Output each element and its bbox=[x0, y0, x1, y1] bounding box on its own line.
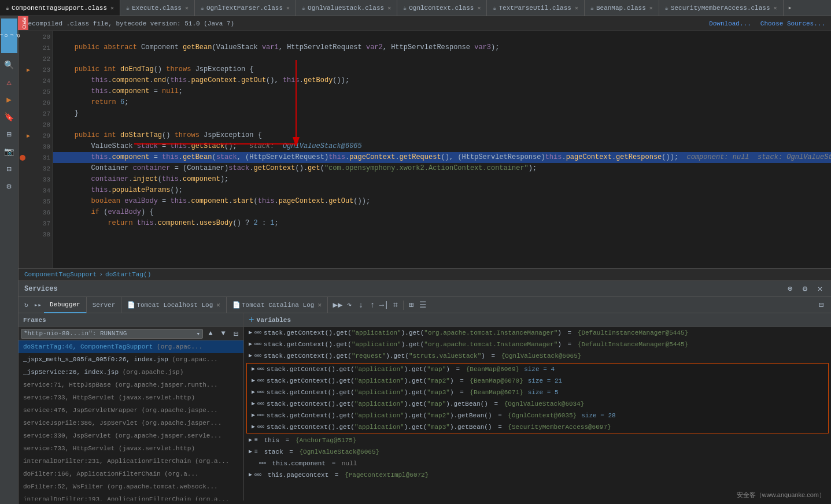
tab-close-5[interactable]: ✕ bbox=[575, 5, 578, 12]
services-close-icon[interactable]: ✕ bbox=[815, 284, 825, 294]
tab-ognl-text-parser[interactable]: ☕ OgnlTextParser.class ✕ bbox=[195, 0, 296, 16]
tab-arrow-right[interactable]: ▸▸ bbox=[32, 297, 44, 313]
frame-item-1[interactable]: _jspx_meth_s_005fa_005f0:26, index.jsp (… bbox=[19, 353, 243, 366]
step-thread-icon[interactable]: ▼ bbox=[218, 328, 228, 339]
tab-close-4[interactable]: ✕ bbox=[477, 5, 481, 12]
bookmark-icon[interactable]: 🔖 bbox=[2, 110, 16, 124]
services-settings-icon[interactable]: ⚙ bbox=[800, 284, 810, 294]
expand-icon-1[interactable]: ▶ bbox=[249, 339, 252, 350]
breadcrumb-method[interactable]: doStartTag() bbox=[105, 271, 151, 278]
frame-item-9[interactable]: internalDoFilter:231, ApplicationFilterC… bbox=[19, 455, 243, 468]
tab-close-6[interactable]: ✕ bbox=[649, 5, 653, 12]
debug-step-out-icon[interactable]: ↑ bbox=[367, 300, 378, 310]
tab-refresh[interactable]: ↻ bbox=[21, 297, 32, 313]
frame-item-5[interactable]: service:476, JspServletWrapper (org.apac… bbox=[19, 404, 243, 417]
expand-icon-5[interactable]: ▶ bbox=[252, 387, 255, 398]
project-icon[interactable]: Proj bbox=[1, 18, 17, 53]
tab-bean-map[interactable]: ☕ BeanMap.class ✕ bbox=[585, 0, 659, 16]
filter-thread-icon[interactable]: ⊟ bbox=[231, 328, 241, 339]
debug-list-icon[interactable]: ☰ bbox=[418, 300, 428, 310]
tab-close-3[interactable]: ✕ bbox=[387, 5, 391, 12]
frame-item-4[interactable]: service:733, HttpServlet (javax.servlet.… bbox=[19, 391, 243, 404]
debug-table-icon[interactable]: ⊞ bbox=[406, 300, 416, 310]
tab-close-7[interactable]: ✕ bbox=[774, 5, 777, 12]
expand-icon-6[interactable]: ▶ bbox=[252, 399, 255, 409]
var-item-1[interactable]: ▶ ∞∞ stack.getContext().get("application… bbox=[244, 339, 831, 350]
debug-run-to-cursor-icon[interactable]: →| bbox=[379, 300, 389, 310]
frames-title: Frames bbox=[23, 317, 46, 324]
decompile-text: Decompiled .class file, bytecode version… bbox=[24, 20, 234, 27]
frame-item-6[interactable]: serviceJspFile:386, JspServlet (org.apac… bbox=[19, 417, 243, 429]
run-icon[interactable]: ▶ bbox=[2, 92, 16, 106]
settings-icon[interactable]: ⚙ bbox=[2, 179, 16, 193]
tab-close-2[interactable]: ✕ bbox=[286, 5, 290, 12]
debug-settings-right[interactable]: ⊟ bbox=[816, 300, 826, 310]
var-item-7[interactable]: ▶ ∞∞ stack.getContext().get("application… bbox=[247, 410, 828, 421]
var-item-0[interactable]: ▶ ∞∞ stack.getContext().get("application… bbox=[244, 327, 831, 339]
var-item-10[interactable]: ▶ ≡ stack = {OgnlValueStack@6065} bbox=[244, 446, 831, 458]
resume-thread-icon[interactable]: ▲ bbox=[205, 328, 216, 339]
camera-icon[interactable]: 📷 bbox=[2, 144, 16, 158]
debug-evaluate-icon[interactable]: ⌗ bbox=[390, 300, 401, 310]
frame-item-12[interactable]: internalDoFilter:193, ApplicationFilterC… bbox=[19, 493, 243, 501]
tab-ognl-value-stack[interactable]: ☕ OgnlValueStack.class ✕ bbox=[296, 0, 397, 16]
tab-ognl-context[interactable]: ☕ OgnlContext.class ✕ bbox=[397, 0, 487, 16]
choose-sources-link[interactable]: Choose Sources... bbox=[760, 20, 825, 27]
var-item-3[interactable]: ▶ ∞∞ stack.getContext().get("application… bbox=[247, 364, 828, 375]
expand-icon-9[interactable]: ▶ bbox=[249, 435, 252, 446]
add-variable-btn[interactable]: + bbox=[249, 315, 254, 325]
expand-icon-3[interactable]: ▶ bbox=[252, 364, 255, 375]
expand-icon-4[interactable]: ▶ bbox=[252, 376, 255, 386]
expand-icon-0[interactable]: ▶ bbox=[249, 328, 252, 338]
var-item-12[interactable]: ▶ ∞∞ this.pageContext = {PageContextImpl… bbox=[244, 469, 831, 481]
expand-icon-8[interactable]: ▶ bbox=[252, 422, 255, 432]
debug-step-over-icon[interactable]: ↷ bbox=[344, 300, 354, 310]
var-item-4[interactable]: ▶ ∞∞ stack.getContext().get("application… bbox=[247, 375, 828, 387]
error-icon[interactable]: ⚠ bbox=[2, 75, 16, 89]
tab-tomcat-catalina[interactable]: 📄 Tomcat Catalina Log ✕ bbox=[227, 297, 328, 313]
var-item-8[interactable]: ▶ ∞∞ stack.getContext().get("application… bbox=[247, 421, 828, 433]
tab-component-tag-support[interactable]: ☕ ComponentTagSupport.class ✕ bbox=[0, 0, 120, 16]
code-line-29: public int doStartTag() throws JspExcept… bbox=[53, 130, 831, 141]
frame-item-8[interactable]: service:733, HttpServlet (javax.servlet.… bbox=[19, 442, 243, 455]
apps-icon[interactable]: ⊟ bbox=[2, 162, 16, 176]
tab-close-catalina[interactable]: ✕ bbox=[317, 301, 322, 309]
expand-icon-2[interactable]: ▶ bbox=[249, 351, 252, 361]
frame-item-3[interactable]: service:71, HttpJspBase (org.apache.jasp… bbox=[19, 379, 243, 391]
tab-tomcat-localhost[interactable]: 📄 Tomcat Localhost Log ✕ bbox=[121, 297, 227, 313]
tab-text-parse-util[interactable]: ☕ TextParseUtil.class ✕ bbox=[487, 0, 584, 16]
inspect-icon[interactable]: 🔍 bbox=[2, 58, 16, 72]
expand-icon-7[interactable]: ▶ bbox=[252, 410, 255, 421]
structure-icon[interactable]: ⊞ bbox=[2, 127, 16, 141]
download-link[interactable]: Download... bbox=[709, 20, 751, 27]
var-item-2[interactable]: ▶ ∞∞ stack.getContext().get("request").g… bbox=[244, 350, 831, 362]
var-item-6[interactable]: ▶ ∞∞ stack.getContext().get("application… bbox=[247, 398, 828, 410]
debug-step-into-icon[interactable]: ↓ bbox=[356, 300, 366, 310]
frame-item-10[interactable]: doFilter:166, ApplicationFilterChain (or… bbox=[19, 468, 243, 480]
tabs-overflow[interactable]: ▸ bbox=[784, 3, 797, 12]
services-expand-icon[interactable]: ⊕ bbox=[785, 284, 795, 294]
frame-item-0[interactable]: doStartTag:46, ComponentTagSupport (org.… bbox=[19, 340, 243, 353]
frame-item-2[interactable]: _jspService:26, index.jsp (org.apache.js… bbox=[19, 366, 243, 379]
services-title: Services bbox=[24, 285, 58, 293]
tab-close-1[interactable]: ✕ bbox=[185, 5, 189, 12]
thread-selector[interactable]: *http-nio-80...in": RUNNING ▾ bbox=[21, 329, 203, 339]
frame-item-7[interactable]: service:330, JspServlet (org.apache.jasp… bbox=[19, 429, 243, 442]
breadcrumb-class[interactable]: ComponentTagSupport bbox=[24, 271, 97, 278]
var-item-11[interactable]: ∞∞ this.component = null bbox=[244, 458, 831, 469]
expand-icon-10[interactable]: ▶ bbox=[249, 447, 252, 457]
var-item-5[interactable]: ▶ ∞∞ stack.getContext().get("application… bbox=[247, 387, 828, 398]
code-line-30: ValueStack stack = this.getStack(); stac… bbox=[53, 141, 831, 152]
debug-resume-icon[interactable]: ▶▶ bbox=[333, 300, 343, 310]
tab-security-member[interactable]: ☕ SecurityMemberAccess.class ✕ bbox=[659, 0, 784, 16]
tab-server[interactable]: Server bbox=[87, 297, 122, 313]
frame-item-11[interactable]: doFilter:52, WsFilter (org.apache.tomcat… bbox=[19, 480, 243, 493]
tab-debugger[interactable]: Debugger bbox=[44, 297, 87, 313]
java-icon-3: ☕ bbox=[302, 5, 305, 12]
tab-execute[interactable]: ☕ Execute.class ✕ bbox=[120, 0, 195, 16]
service-tabs: ↻ ▸▸ Debugger Server 📄 Tomcat Localhost … bbox=[19, 297, 831, 313]
tab-close-0[interactable]: ✕ bbox=[110, 5, 114, 12]
tab-close-localhost[interactable]: ✕ bbox=[216, 301, 220, 309]
expand-icon-12[interactable]: ▶ bbox=[249, 470, 252, 480]
var-item-9[interactable]: ▶ ≡ this = {AnchorTag@5175} bbox=[244, 435, 831, 446]
